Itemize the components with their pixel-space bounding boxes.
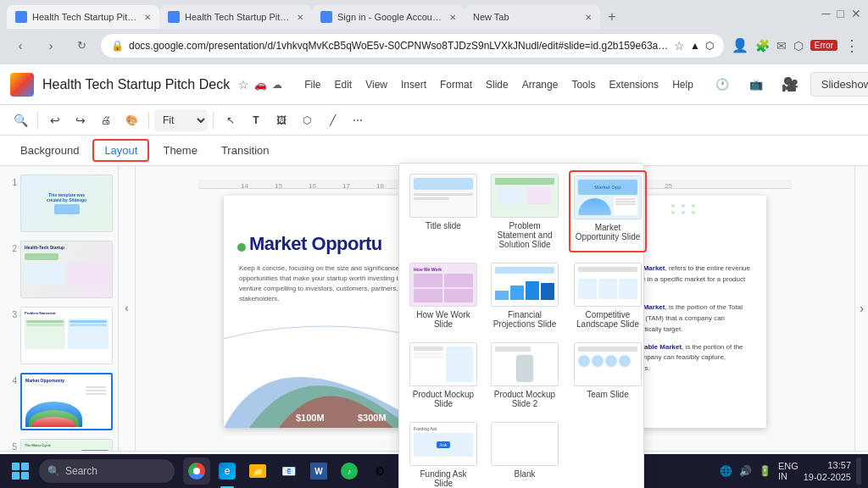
menu-file[interactable]: File [298, 75, 327, 94]
svg-text:$100M: $100M [296, 413, 325, 423]
layout-item-market-opportunity[interactable]: Market Opp [569, 170, 647, 252]
taskbar-app-edge[interactable]: e [214, 458, 241, 485]
taskbar-search[interactable]: 🔍 Search [39, 459, 175, 483]
taskbar-app-spotify[interactable]: ♪ [336, 458, 363, 485]
app-menu: File Edit View Insert Format Slide Arran… [298, 75, 700, 94]
tab-theme[interactable]: Theme [153, 141, 207, 160]
layout-name-problem: Problem Statement and Solution Slide [491, 221, 559, 249]
layout-item-product-mockup-2[interactable]: Product Mockup Slide 2 [487, 339, 562, 412]
slide-thumb-2[interactable]: Health-Tech Startup [20, 241, 113, 298]
undo-button[interactable]: ↩ [43, 108, 67, 132]
menu-help[interactable]: Help [665, 75, 700, 94]
layout-name-team: Team Slide [587, 390, 628, 399]
lang-indicator[interactable]: ENGIN [778, 461, 798, 481]
tab-close-3[interactable]: ✕ [449, 13, 456, 22]
menu-view[interactable]: View [359, 75, 394, 94]
slide-thumb-5[interactable]: The Water Cycle [20, 439, 113, 451]
right-panel[interactable]: › [854, 166, 868, 451]
drive-icon[interactable]: ⬡ [793, 39, 804, 53]
slide-num-4: 4 [5, 373, 17, 385]
menu-extensions[interactable]: Extensions [602, 75, 665, 94]
browser-tab-4[interactable]: New Tab ✕ [465, 5, 600, 29]
comments-history-icon[interactable]: 🕐 [709, 71, 736, 98]
taskbar-app-word[interactable]: W [305, 458, 332, 485]
shape-tool[interactable]: ⬡ [295, 108, 319, 132]
close-button[interactable]: ✕ [851, 7, 861, 20]
battery-icon[interactable]: 🔋 [759, 465, 771, 477]
menu-format[interactable]: Format [433, 75, 479, 94]
layout-item-product-mockup-1[interactable]: Product Mockup Slide [406, 339, 481, 412]
search-toolbar-btn[interactable]: 🔍 [8, 108, 32, 132]
taskbar-app-settings[interactable]: ⚙ [366, 458, 393, 485]
layout-item-how-we-work[interactable]: How We Work How We Work Slide [406, 259, 481, 332]
more-icon[interactable]: ⋮ [844, 36, 860, 55]
taskbar-app-chrome[interactable] [183, 458, 210, 485]
show-desktop-button[interactable] [856, 458, 861, 485]
video-icon[interactable]: 🎥 [776, 71, 804, 98]
profile-icon[interactable]: 👤 [732, 37, 748, 53]
layout-item-competitive[interactable]: Competitive Landscape Slide [569, 259, 647, 332]
cloud-save-icon[interactable]: ☁ [272, 79, 282, 91]
more-shapes-btn[interactable]: ⋯ [346, 108, 370, 132]
layout-item-team[interactable]: Team Slide [569, 339, 647, 412]
svg-text:18: 18 [376, 182, 384, 189]
redo-button[interactable]: ↪ [69, 108, 92, 132]
google-drive-icon[interactable]: ▲ [690, 40, 700, 52]
layout-item-blank[interactable]: Blank [487, 419, 562, 488]
svg-text:15: 15 [275, 182, 282, 189]
start-button[interactable] [7, 458, 34, 485]
browser-tab-3[interactable]: Sign in - Google Accounts ✕ [312, 5, 465, 29]
layout-item-title-slide[interactable]: Title slide [406, 170, 481, 252]
tab-close-1[interactable]: ✕ [144, 13, 151, 22]
layout-name-how: How We Work Slide [409, 310, 477, 329]
layout-item-financial[interactable]: Financial Projections Slide [487, 259, 562, 332]
slideshow-button[interactable]: Slideshow [810, 72, 868, 97]
extensions-icon[interactable]: 🧩 [755, 39, 770, 53]
browser-tab-1[interactable]: Health Tech Startup Pitch Deck ✕ [7, 5, 159, 29]
menu-tools[interactable]: Tools [565, 75, 602, 94]
browser-tab-2[interactable]: Health Tech Startup Pitch Deck ✕ [159, 5, 312, 29]
move-to-drive-icon[interactable]: 🚗 [254, 79, 267, 91]
line-tool[interactable]: ╱ [320, 108, 344, 132]
slide-thumb-1[interactable]: This template wascreated by Slidesgo [20, 175, 113, 232]
menu-arrange[interactable]: Arrange [515, 75, 565, 94]
zoom-select[interactable]: Fit 50% 75% 100% [154, 109, 208, 131]
tab-close-4[interactable]: ✕ [585, 13, 592, 22]
collapse-panel-button[interactable]: ‹ [119, 166, 136, 451]
gmail-icon[interactable]: ✉ [776, 39, 787, 53]
maximize-button[interactable]: □ [837, 7, 844, 20]
bookmark-icon[interactable]: ☆ [674, 39, 685, 53]
menu-insert[interactable]: Insert [394, 75, 433, 94]
cursor-tool[interactable]: ↖ [219, 108, 242, 132]
slide-thumb-3[interactable]: Problem Statement [20, 307, 113, 364]
refresh-button[interactable]: ↻ [70, 34, 93, 58]
present-view-icon[interactable]: 📺 [743, 71, 770, 98]
volume-icon[interactable]: 🔊 [739, 465, 752, 477]
image-tool[interactable]: 🖼 [270, 108, 293, 132]
slideshow-label: Slideshow [821, 78, 868, 91]
tab-background[interactable]: Background [10, 141, 89, 160]
new-tab-button[interactable]: + [600, 5, 624, 29]
menu-slide[interactable]: Slide [479, 75, 515, 94]
taskbar-app-mail[interactable]: 📧 [275, 458, 302, 485]
menu-edit[interactable]: Edit [328, 75, 359, 94]
system-clock[interactable]: 13:57 19-02-2025 [804, 459, 851, 484]
forward-button[interactable]: › [39, 34, 63, 58]
open-in-docs-icon[interactable]: ⬡ [705, 40, 714, 52]
tab-close-2[interactable]: ✕ [297, 13, 303, 22]
network-icon[interactable]: 🌐 [720, 465, 732, 477]
address-bar[interactable]: 🔒 docs.google.com/presentation/d/1vhkvqM… [100, 33, 725, 58]
minimize-button[interactable]: ─ [822, 7, 831, 20]
tab-transition[interactable]: Transition [211, 141, 280, 160]
tab-layout[interactable]: Layout [92, 139, 149, 162]
print-button[interactable]: 🖨 [94, 108, 118, 132]
layout-item-funding[interactable]: Funding Ask Ask Funding Ask Slide [406, 419, 481, 488]
slide-num-1: 1 [5, 175, 17, 187]
taskbar-app-explorer[interactable]: 📁 [244, 458, 271, 485]
text-tool[interactable]: T [244, 108, 268, 132]
back-button[interactable]: ‹ [8, 34, 32, 58]
star-icon[interactable]: ☆ [238, 78, 249, 92]
slide-thumb-4[interactable]: Market Opportunity [20, 373, 113, 430]
layout-item-problem-statement[interactable]: Problem Statement and Solution Slide [487, 170, 562, 252]
paint-format-button[interactable]: 🎨 [120, 108, 143, 132]
